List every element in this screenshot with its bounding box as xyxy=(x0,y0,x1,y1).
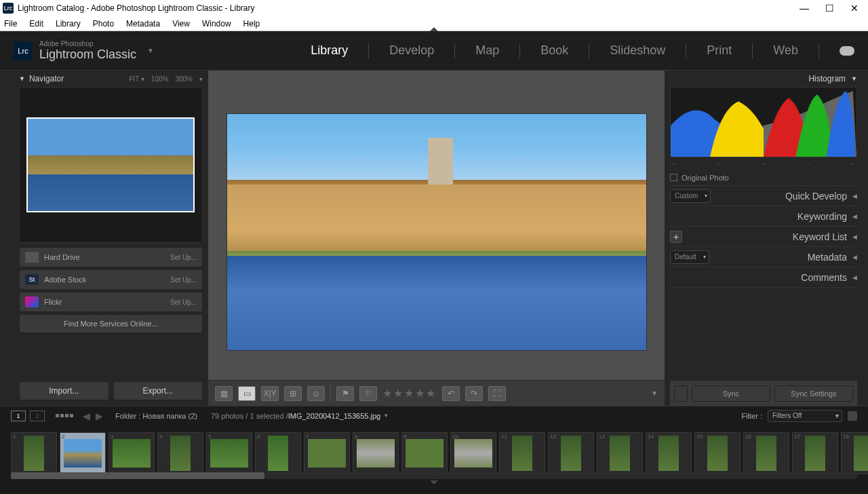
histogram-collapse-icon[interactable]: ▼ xyxy=(851,75,857,82)
thumbnail[interactable]: 7 xyxy=(304,432,350,474)
original-photo-checkbox[interactable] xyxy=(670,174,677,181)
loupe-view-icon[interactable]: ▭ xyxy=(238,386,256,401)
grid-view-icon[interactable]: ▦ xyxy=(215,386,233,401)
thumbnail[interactable]: 15 xyxy=(694,432,741,474)
rotate-cw-icon[interactable]: ↷ xyxy=(465,386,483,401)
main-window-indicator[interactable]: 1 xyxy=(11,411,26,421)
add-keyword-button[interactable]: + xyxy=(670,231,682,243)
compare-view-icon[interactable]: X|Y xyxy=(261,386,279,401)
zoom-menu-icon[interactable]: ▾ xyxy=(199,75,203,83)
identity-plate-menu-icon[interactable]: ▼ xyxy=(147,47,154,54)
survey-view-icon[interactable]: ⊞ xyxy=(284,386,302,401)
thumbnail[interactable]: 9 xyxy=(401,432,448,474)
chevron-left-icon[interactable]: ◀ xyxy=(852,254,857,261)
module-slideshow[interactable]: Slideshow xyxy=(610,43,665,58)
menu-window[interactable]: Window xyxy=(202,19,231,28)
metadata-preset-select[interactable]: Default xyxy=(670,250,709,264)
service-adobe-stock[interactable]: St Adobe Stock Set Up... xyxy=(19,269,203,290)
keywording-section[interactable]: Keywording ◀ xyxy=(670,206,857,227)
scrollbar-thumb[interactable] xyxy=(11,472,264,479)
people-view-icon[interactable]: ☺ xyxy=(307,386,325,401)
thumbnail-selected[interactable]: 2 xyxy=(60,432,106,474)
module-map[interactable]: Map xyxy=(475,43,499,58)
service-hard-drive[interactable]: Hard Drive Set Up... xyxy=(19,247,203,267)
export-button[interactable]: Export... xyxy=(113,381,203,400)
grid-button-icon[interactable] xyxy=(56,414,73,417)
setup-link[interactable]: Set Up... xyxy=(170,299,197,306)
module-print[interactable]: Print xyxy=(707,43,732,58)
sync-toggle-icon[interactable] xyxy=(674,385,688,402)
menu-view[interactable]: View xyxy=(172,19,190,28)
thumbnail[interactable]: 3 xyxy=(108,432,155,474)
filter-select[interactable]: Filters Off xyxy=(768,410,842,422)
thumbnail[interactable]: 10 xyxy=(450,432,496,474)
chevron-left-icon[interactable]: ◀ xyxy=(852,213,857,220)
module-web[interactable]: Web xyxy=(773,43,798,58)
quick-develop-section[interactable]: Custom Quick Develop ◀ xyxy=(670,186,857,206)
metadata-section[interactable]: Default Metadata ◀ xyxy=(670,247,857,267)
thumbnail[interactable]: 1 xyxy=(11,432,57,474)
menu-edit[interactable]: Edit xyxy=(29,19,43,28)
keyword-list-section[interactable]: + Keyword List ◀ xyxy=(670,227,857,247)
zoom-fit[interactable]: FIT ▾ xyxy=(129,75,144,83)
thumbnail[interactable]: 16 xyxy=(743,432,789,474)
rotate-ccw-icon[interactable]: ↶ xyxy=(442,386,460,401)
filmstrip-scrollbar[interactable] xyxy=(11,472,857,479)
flag-reject-icon[interactable]: ⚐ xyxy=(359,386,377,401)
flag-pick-icon[interactable]: ⚑ xyxy=(336,386,354,401)
chevron-left-icon[interactable]: ◀ xyxy=(852,193,857,200)
sync-settings-button[interactable]: Sync Settings xyxy=(774,385,853,402)
toolbar-menu-icon[interactable]: ▼ xyxy=(651,390,658,397)
loupe-image[interactable] xyxy=(226,113,647,351)
sync-button[interactable]: Sync xyxy=(692,385,770,402)
setup-link[interactable]: Set Up... xyxy=(170,254,197,261)
thumbnail[interactable]: 18 xyxy=(841,432,868,474)
menu-metadata[interactable]: Metadata xyxy=(126,19,160,28)
thumbnail[interactable]: 5 xyxy=(206,432,252,474)
original-photo-row[interactable]: Original Photo xyxy=(670,170,857,186)
second-window-indicator[interactable]: 2 xyxy=(30,411,45,421)
crop-overlay-icon[interactable]: ⛶ xyxy=(488,386,506,401)
menu-photo[interactable]: Photo xyxy=(93,19,114,28)
rating-stars[interactable]: ★★★★★ xyxy=(382,387,437,400)
module-library[interactable]: Library xyxy=(311,43,348,58)
find-more-services-button[interactable]: Find More Services Online... xyxy=(19,314,203,333)
maximize-icon[interactable]: ☐ xyxy=(825,3,834,14)
quick-develop-preset-select[interactable]: Custom xyxy=(670,189,711,203)
minimize-icon[interactable]: — xyxy=(800,3,809,14)
cloud-sync-icon[interactable] xyxy=(840,46,854,56)
filter-lock-icon[interactable] xyxy=(848,411,857,421)
navigator-preview[interactable] xyxy=(26,117,195,212)
thumbnail[interactable]: 14 xyxy=(646,432,692,474)
import-button[interactable]: Import... xyxy=(19,381,109,400)
comments-section[interactable]: Comments ◀ xyxy=(670,267,857,288)
menu-library[interactable]: Library xyxy=(56,19,81,28)
thumbnail[interactable]: 4 xyxy=(157,432,203,474)
module-book[interactable]: Book xyxy=(540,43,568,58)
close-icon[interactable]: ✕ xyxy=(850,3,859,14)
thumbnail[interactable]: 8 xyxy=(353,432,399,474)
zoom-300[interactable]: 300% xyxy=(175,75,193,83)
menu-file[interactable]: File xyxy=(4,19,17,28)
thumbnail[interactable]: 6 xyxy=(255,432,301,474)
menu-help[interactable]: Help xyxy=(243,19,260,28)
histogram-chart[interactable] xyxy=(670,87,857,157)
filmstrip[interactable]: 1 2 3 4 5 6 7 8 9 10 11 12 13 14 15 16 1… xyxy=(0,425,868,480)
thumbnail[interactable]: 11 xyxy=(499,432,545,474)
histogram-ticks: ––––– xyxy=(670,160,857,170)
setup-link[interactable]: Set Up... xyxy=(170,276,197,284)
navigator-collapse-icon[interactable]: ▼ xyxy=(19,75,25,82)
filename-menu-icon[interactable]: ▼ xyxy=(383,413,389,419)
service-flickr[interactable]: Flickr Set Up... xyxy=(19,292,203,312)
thumbnail[interactable]: 17 xyxy=(792,432,838,474)
breadcrumb-path[interactable]: Folder : Новая папка (2) xyxy=(115,412,197,420)
thumbnail[interactable]: 12 xyxy=(548,432,594,474)
chevron-left-icon[interactable]: ◀ xyxy=(852,233,857,240)
module-develop[interactable]: Develop xyxy=(389,43,434,58)
chevron-left-icon[interactable]: ◀ xyxy=(852,274,857,281)
filmstrip-collapse-icon[interactable] xyxy=(0,480,868,486)
nav-forward-icon[interactable]: ▶ xyxy=(96,411,103,421)
nav-back-icon[interactable]: ◀ xyxy=(83,411,90,421)
zoom-100[interactable]: 100% xyxy=(151,75,169,83)
thumbnail[interactable]: 13 xyxy=(597,432,643,474)
